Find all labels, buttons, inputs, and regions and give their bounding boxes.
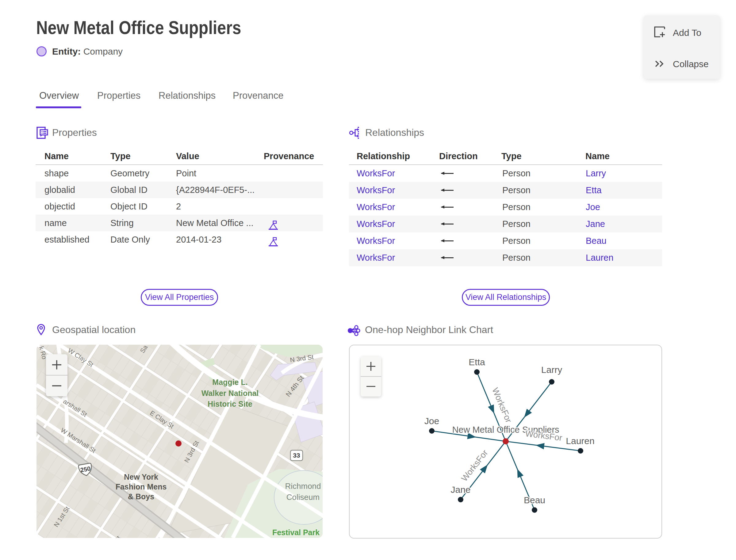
svg-text:Joe: Joe (424, 416, 439, 426)
svg-text:Beau: Beau (524, 495, 545, 505)
svg-text:Larry: Larry (541, 365, 562, 375)
svg-text:New York: New York (124, 473, 158, 481)
svg-text:33: 33 (293, 452, 300, 459)
svg-text:Jane: Jane (450, 485, 470, 495)
svg-text:Lauren: Lauren (566, 436, 594, 446)
svg-text:Walker National: Walker National (201, 389, 259, 397)
svg-text:Coliseum: Coliseum (286, 493, 320, 502)
svg-text:WorksFor: WorksFor (459, 448, 490, 483)
svg-text:Historic Site: Historic Site (208, 400, 252, 408)
svg-text:& Boys: & Boys (128, 492, 154, 501)
svg-text:Richmond: Richmond (285, 481, 321, 491)
svg-text:Fashion Mens: Fashion Mens (116, 482, 167, 491)
svg-text:Maggie L.: Maggie L. (212, 378, 247, 386)
svg-text:Festival Park: Festival Park (272, 528, 320, 537)
svg-text:Etta: Etta (469, 357, 485, 367)
